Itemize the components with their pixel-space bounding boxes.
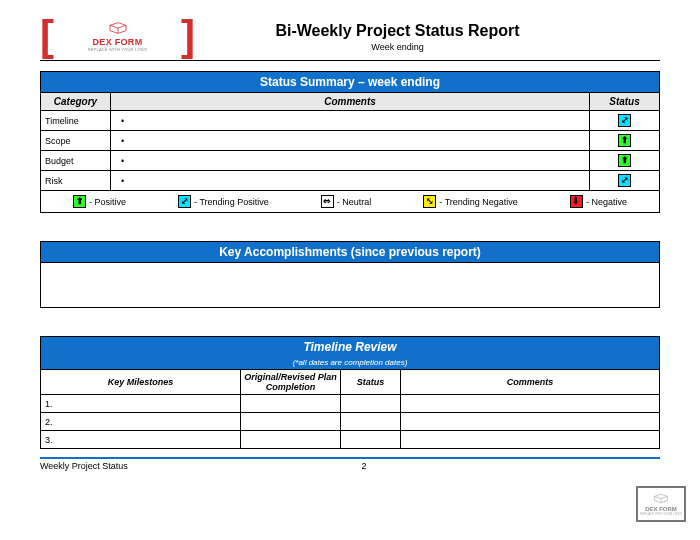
- milestone-cell: 3.: [41, 431, 241, 449]
- status-cell: [341, 431, 401, 449]
- status-cell: [341, 413, 401, 431]
- status-category-cell: Scope: [41, 131, 111, 151]
- status-cell: [341, 395, 401, 413]
- watermark-box-icon: [653, 493, 669, 506]
- header-divider: [40, 60, 660, 61]
- timeline-subtitle: (*all dates are completion dates): [40, 357, 660, 369]
- status-row: Timeline•⤢: [41, 111, 660, 131]
- status-category-cell: Timeline: [41, 111, 111, 131]
- col-comments-2: Comments: [401, 370, 660, 395]
- legend-item: ⤢ - Trending Positive: [178, 195, 269, 208]
- comments-cell: [401, 431, 660, 449]
- col-milestones: Key Milestones: [41, 370, 241, 395]
- page-subtitle: Week ending: [195, 42, 600, 52]
- status-badge-cell: ⤢: [590, 171, 660, 191]
- status-badge-cell: ⬆: [590, 131, 660, 151]
- status-summary-header: Status Summary – week ending: [40, 71, 660, 92]
- bracket-right-icon: [: [181, 20, 195, 52]
- status-category-cell: Budget: [41, 151, 111, 171]
- legend-item: ⇔ - Neutral: [321, 195, 372, 208]
- status-row: Budget•⬆: [41, 151, 660, 171]
- status-comment-cell: •: [111, 131, 590, 151]
- col-plan: Original/Revised Plan Completion: [241, 370, 341, 395]
- status-badge-cell: ⬆: [590, 151, 660, 171]
- col-status-2: Status: [341, 370, 401, 395]
- accomplishments-body: [40, 262, 660, 308]
- dexform-box-icon: [108, 21, 128, 35]
- legend-item: ⬆ - Positive: [73, 195, 126, 208]
- plan-cell: [241, 413, 341, 431]
- legend-label: - Neutral: [337, 197, 372, 207]
- comments-cell: [401, 413, 660, 431]
- status-legend: ⬆ - Positive⤢ - Trending Positive⇔ - Neu…: [40, 191, 660, 213]
- status-badge-cell: ⤢: [590, 111, 660, 131]
- plan-cell: [241, 431, 341, 449]
- watermark-logo: DEX FORM REPLACE WITH YOUR LOGO: [636, 486, 686, 522]
- legend-item: ⤡ - Trending Negative: [423, 195, 518, 208]
- footer-divider: [40, 457, 660, 459]
- trending-negative-legend-icon: ⤡: [423, 195, 436, 208]
- status-summary-table: Category Comments Status Timeline•⤢Scope…: [40, 92, 660, 191]
- status-row: Risk•⤢: [41, 171, 660, 191]
- timeline-header: Timeline Review: [40, 336, 660, 357]
- col-category: Category: [41, 93, 111, 111]
- logo-tagline-text: REPLACE WITH YOUR LOGO: [88, 47, 148, 52]
- status-comment-cell: •: [111, 151, 590, 171]
- trending-positive-badge-icon: ⤢: [618, 114, 631, 127]
- timeline-table: Key Milestones Original/Revised Plan Com…: [40, 369, 660, 449]
- negative-legend-icon: ⬇: [570, 195, 583, 208]
- page-footer: Weekly Project Status 2: [0, 461, 700, 471]
- comments-cell: [401, 395, 660, 413]
- milestone-cell: 1.: [41, 395, 241, 413]
- footer-page-number: 2: [361, 461, 366, 471]
- neutral-legend-icon: ⇔: [321, 195, 334, 208]
- watermark-tagline-text: REPLACE WITH YOUR LOGO: [640, 512, 681, 516]
- status-row: Scope•⬆: [41, 131, 660, 151]
- trending-positive-legend-icon: ⤢: [178, 195, 191, 208]
- logo-brand-text: DEX FORM: [93, 37, 143, 47]
- footer-left-text: Weekly Project Status: [40, 461, 128, 471]
- timeline-row: 2.: [41, 413, 660, 431]
- document-header: [ DEX FORM REPLACE WITH YOUR LOGO [ Bi-W…: [40, 20, 660, 52]
- positive-badge-icon: ⬆: [618, 154, 631, 167]
- bracket-left-icon: [: [40, 20, 54, 52]
- status-category-cell: Risk: [41, 171, 111, 191]
- logo-placeholder: [ DEX FORM REPLACE WITH YOUR LOGO [: [40, 20, 195, 52]
- status-comment-cell: •: [111, 171, 590, 191]
- legend-item: ⬇ - Negative: [570, 195, 627, 208]
- page-title: Bi-Weekly Project Status Report: [195, 22, 600, 40]
- accomplishments-header: Key Accomplishments (since previous repo…: [40, 241, 660, 262]
- legend-label: - Trending Negative: [439, 197, 518, 207]
- legend-label: - Positive: [89, 197, 126, 207]
- positive-legend-icon: ⬆: [73, 195, 86, 208]
- status-comment-cell: •: [111, 111, 590, 131]
- timeline-row: 3.: [41, 431, 660, 449]
- milestone-cell: 2.: [41, 413, 241, 431]
- col-status: Status: [590, 93, 660, 111]
- plan-cell: [241, 395, 341, 413]
- timeline-row: 1.: [41, 395, 660, 413]
- trending-positive-badge-icon: ⤢: [618, 174, 631, 187]
- positive-badge-icon: ⬆: [618, 134, 631, 147]
- legend-label: - Negative: [586, 197, 627, 207]
- col-comments: Comments: [111, 93, 590, 111]
- legend-label: - Trending Positive: [194, 197, 269, 207]
